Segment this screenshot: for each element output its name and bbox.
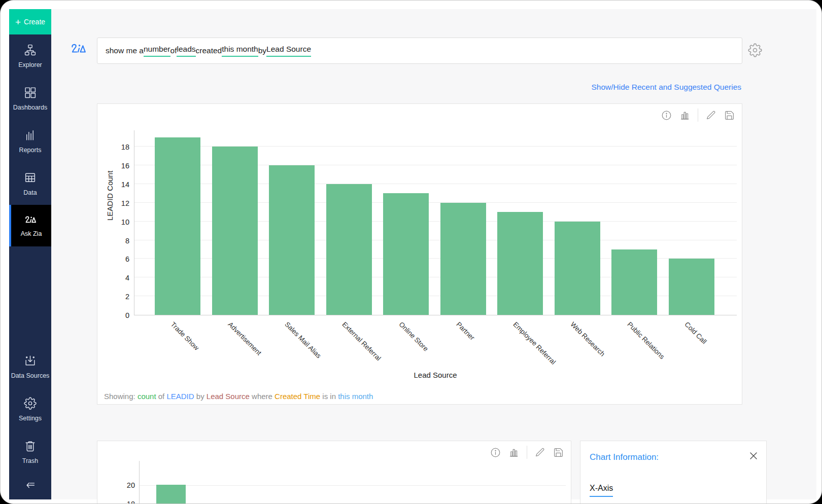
y-tick-label: 20 <box>120 481 135 489</box>
chart-type-icon[interactable] <box>679 110 690 121</box>
main-plot: 024681012141618Trade ShowAdvertisementSa… <box>134 130 737 315</box>
sidebar-item-ask-zia[interactable]: Ask Zia <box>9 205 51 246</box>
x-tick-label: Partner <box>455 320 476 342</box>
toolbar-divider <box>698 109 698 122</box>
chart-bar[interactable] <box>269 165 315 315</box>
text-segment: where <box>250 392 275 401</box>
info-icon[interactable] <box>661 110 672 121</box>
zia-icon <box>24 214 39 227</box>
y-tick-label: 18 <box>120 500 135 504</box>
bars-icon <box>24 129 37 143</box>
chart-bar[interactable] <box>440 203 486 315</box>
sidebar-item-label: Ask Zia <box>21 230 42 237</box>
app-window: + Create Explorer Dashboards Reports <box>0 0 822 504</box>
secondary-chart-card: 20 18 <box>97 441 571 504</box>
sidebar-item-label: Trash <box>22 457 39 464</box>
chart-bar[interactable] <box>669 259 714 315</box>
import-icon <box>24 354 37 369</box>
sidebar-item-label: Reports <box>19 147 42 154</box>
text-segment: leads <box>177 45 195 57</box>
y-axis-title: LEADID Count <box>106 171 114 221</box>
chart-bar[interactable] <box>212 147 258 315</box>
text-segment: created <box>196 46 222 55</box>
main-content: show me a number of leads created this m… <box>51 9 816 499</box>
y-tick-label: 16 <box>113 162 129 170</box>
hierarchy-icon <box>24 44 37 58</box>
sidebar-item-label: Explorer <box>18 61 42 68</box>
chart-type-icon[interactable] <box>508 447 519 458</box>
text-segment: Showing: <box>104 392 138 401</box>
sidebar-item-explorer[interactable]: Explorer <box>9 34 51 77</box>
chart-bar[interactable] <box>383 193 429 315</box>
text-segment: Lead Source <box>266 45 311 57</box>
text-segment: by <box>258 46 266 55</box>
chart-card: LEADID Count 024681012141618Trade ShowAd… <box>97 103 742 405</box>
chart-bar[interactable] <box>555 222 600 315</box>
query-settings-gear-icon[interactable] <box>748 43 762 57</box>
info-icon[interactable] <box>490 447 501 458</box>
sidebar-item-dashboards[interactable]: Dashboards <box>9 77 51 120</box>
query-input[interactable]: show me a number of leads created this m… <box>97 38 742 64</box>
chart-bar[interactable] <box>155 137 200 315</box>
trash-icon <box>24 440 37 454</box>
sidebar-item-trash[interactable]: Trash <box>9 430 51 473</box>
chart-information-title: Chart Information: <box>590 452 659 462</box>
y-tick-label: 18 <box>113 143 129 151</box>
chart-bar[interactable] <box>326 184 372 315</box>
gear-icon <box>24 397 37 411</box>
text-segment: is in <box>320 392 338 401</box>
y-tick-label: 2 <box>113 293 129 301</box>
sidebar-item-settings[interactable]: Settings <box>9 388 51 430</box>
x-tick-label: Web Research <box>569 320 606 358</box>
y-tick-label: 14 <box>113 181 129 189</box>
grid-icon <box>24 86 37 100</box>
zia-logo-icon <box>70 42 90 58</box>
text-segment: of <box>170 46 177 55</box>
create-button[interactable]: + Create <box>9 9 51 34</box>
x-tick-label: External Referral <box>340 320 382 362</box>
text-segment: LEADID <box>166 392 194 401</box>
x-tick-label: Public Relations <box>626 320 666 361</box>
save-icon[interactable] <box>553 447 564 458</box>
chart-bar[interactable] <box>497 212 543 315</box>
table-icon <box>24 171 37 186</box>
chart-toolbar <box>661 109 735 122</box>
close-icon[interactable] <box>749 451 758 460</box>
y-tick-label: 6 <box>113 255 129 263</box>
text-segment: show me a <box>106 46 144 55</box>
x-tick-label: Sales Mail Alias <box>283 320 322 359</box>
chart-bar[interactable] <box>156 485 186 504</box>
sidebar-item-reports[interactable]: Reports <box>9 120 51 162</box>
y-tick-label: 8 <box>113 237 129 245</box>
edit-icon[interactable] <box>706 110 716 121</box>
toolbar-divider <box>527 446 527 459</box>
y-tick-label: 4 <box>113 274 129 282</box>
text-segment: this month <box>222 45 258 57</box>
x-tick-label: Cold Call <box>683 320 708 345</box>
x-tick-label: Advertisement <box>226 320 263 357</box>
text-segment: number <box>144 45 170 57</box>
sidebar-item-label: Data Sources <box>11 372 50 379</box>
collapse-sidebar-button[interactable] <box>9 473 51 499</box>
sidebar-bottom-group: Data Sources Settings Trash <box>9 345 51 499</box>
save-icon[interactable] <box>724 110 735 121</box>
showing-summary: Showing: count of LEADID by Lead Source … <box>104 392 373 401</box>
text-segment: Lead Source <box>207 392 250 401</box>
tab-x-axis[interactable]: X-Axis <box>590 484 613 497</box>
sidebar-item-label: Dashboards <box>13 104 47 111</box>
gridline <box>140 485 566 486</box>
text-segment: this month <box>338 392 373 401</box>
text-segment: Created Time <box>275 392 320 401</box>
text-segment: count <box>138 392 156 401</box>
chart-bar[interactable] <box>611 249 657 315</box>
secondary-plot <box>139 461 566 504</box>
sidebar-item-data[interactable]: Data <box>9 162 51 205</box>
create-button-label: Create <box>24 18 45 26</box>
x-tick-label: Trade Show <box>169 320 200 352</box>
y-tick-label: 10 <box>113 218 129 226</box>
sidebar-item-label: Data <box>23 189 37 196</box>
sidebar-item-data-sources[interactable]: Data Sources <box>9 345 51 388</box>
show-hide-queries-link[interactable]: Show/Hide Recent and Suggested Queries <box>591 83 741 92</box>
plus-icon: + <box>15 17 21 27</box>
edit-icon[interactable] <box>535 447 545 458</box>
